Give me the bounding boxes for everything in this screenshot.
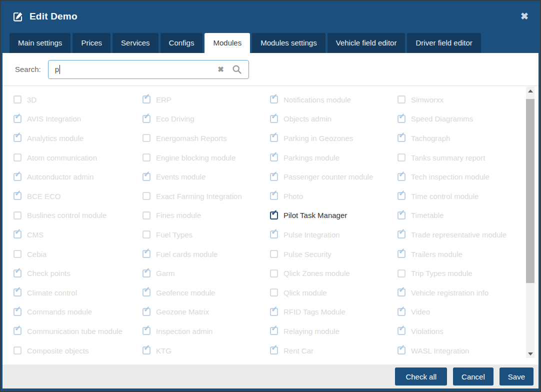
module-item-analytics-module[interactable]: ✓Analytics module xyxy=(14,128,142,148)
checkbox-unchecked-icon[interactable] xyxy=(14,96,22,104)
check-all-button[interactable]: Check all xyxy=(395,368,447,386)
module-item-climate-control[interactable]: ✓Climate control xyxy=(14,283,142,302)
module-item-events-module[interactable]: ✓Events module xyxy=(142,167,270,186)
checkbox-checked-icon[interactable]: ✓ xyxy=(270,230,278,238)
module-item-fines-module[interactable]: Fines module xyxy=(142,206,270,226)
module-item-eco-driving[interactable]: ✓Eco Driving xyxy=(142,110,270,129)
module-item-passenger-counter-module[interactable]: ✓Passenger counter module xyxy=(270,167,398,186)
module-item-cebia[interactable]: Cebia xyxy=(14,244,142,264)
checkbox-checked-icon[interactable]: ✓ xyxy=(270,173,278,181)
checkbox-unchecked-icon[interactable] xyxy=(270,250,278,258)
checkbox-unchecked-icon[interactable] xyxy=(142,134,150,142)
module-item-trip-types-module[interactable]: Trip Types module xyxy=(398,264,522,283)
checkbox-checked-icon[interactable]: ✓ xyxy=(398,115,406,123)
checkbox-unchecked-icon[interactable] xyxy=(14,250,22,258)
checkbox-checked-icon[interactable]: ✓ xyxy=(398,173,406,181)
search-icon[interactable] xyxy=(232,64,242,74)
module-item-atom-communication[interactable]: Atom communication xyxy=(14,148,142,168)
module-item-composite-objects[interactable]: Composite objects xyxy=(14,341,142,360)
checkbox-checked-icon[interactable]: ✓ xyxy=(142,250,150,258)
module-item-pulse-security[interactable]: Pulse Security xyxy=(270,244,398,264)
checkbox-unchecked-icon[interactable] xyxy=(398,270,406,278)
checkbox-checked-icon[interactable]: ✓ xyxy=(270,346,278,354)
module-item-energomash-reports[interactable]: Energomash Reports xyxy=(142,128,270,148)
checkbox-checked-icon[interactable]: ✓ xyxy=(398,308,406,316)
checkbox-checked-icon[interactable]: ✓ xyxy=(142,327,150,335)
module-item-wasl-integration[interactable]: ✓WASL Integration xyxy=(398,341,522,360)
checkbox-unchecked-icon[interactable] xyxy=(142,212,150,220)
checkbox-unchecked-icon[interactable] xyxy=(14,346,22,354)
scrollbar-thumb[interactable] xyxy=(526,99,534,283)
checkbox-checked-icon[interactable]: ✓ xyxy=(270,115,278,123)
module-item-violations[interactable]: ✓Violations xyxy=(398,322,522,341)
checkbox-checked-icon[interactable]: ✓ xyxy=(14,134,22,142)
module-item-tech-inspection-module[interactable]: ✓Tech inspection module xyxy=(398,167,522,186)
module-item-qlick-zones-module[interactable]: Qlick Zones module xyxy=(270,264,398,283)
checkbox-checked-icon[interactable]: ✓ xyxy=(270,154,278,162)
clear-search-icon[interactable]: ✖ xyxy=(218,66,224,73)
search-input[interactable]: p ✖ xyxy=(48,60,249,79)
module-item-3d[interactable]: 3D xyxy=(14,90,142,110)
scrollbar-track[interactable] xyxy=(526,95,534,350)
checkbox-unchecked-icon[interactable] xyxy=(270,288,278,296)
checkbox-checked-icon[interactable]: ✓ xyxy=(14,173,22,181)
module-item-timetable[interactable]: ✓Timetable xyxy=(398,206,522,226)
cancel-button[interactable]: Cancel xyxy=(453,368,494,386)
module-item-time-control-module[interactable]: ✓Time control module xyxy=(398,186,522,206)
scroll-up-button[interactable] xyxy=(526,86,534,95)
module-item-buslines-control-module[interactable]: Buslines control module xyxy=(14,206,142,226)
checkbox-checked-icon[interactable]: ✓ xyxy=(270,308,278,316)
checkbox-checked-icon[interactable]: ✓ xyxy=(270,96,278,104)
close-icon[interactable]: ✖ xyxy=(520,12,528,21)
checkbox-checked-icon[interactable]: ✓ xyxy=(14,327,22,335)
checkbox-checked-icon[interactable]: ✓ xyxy=(142,308,150,316)
module-item-pilot-task-manager[interactable]: ✓Pilot Task Manager xyxy=(270,206,398,226)
module-item-tanks-summary-report[interactable]: Tanks summary report xyxy=(398,148,522,168)
checkbox-unchecked-icon[interactable] xyxy=(142,154,150,162)
checkbox-checked-icon[interactable]: ✓ xyxy=(14,270,22,278)
module-item-geozone-matrix[interactable]: ✓Geozone Matrix xyxy=(142,302,270,322)
checkbox-checked-icon[interactable]: ✓ xyxy=(270,327,278,335)
checkbox-checked-icon[interactable]: ✓ xyxy=(14,230,22,238)
checkbox-unchecked-icon[interactable] xyxy=(270,270,278,278)
module-item-relaying-module[interactable]: ✓Relaying module xyxy=(270,322,398,341)
checkbox-checked-icon[interactable]: ✓ xyxy=(14,288,22,296)
module-item-ktg[interactable]: ✓KTG xyxy=(142,341,270,360)
tab-prices[interactable]: Prices xyxy=(72,33,110,53)
checkbox-checked-icon[interactable]: ✓ xyxy=(142,115,150,123)
module-item-parkings-module[interactable]: ✓Parkings module xyxy=(270,148,398,168)
module-item-trade-representative-module[interactable]: ✓Trade representative module xyxy=(398,225,522,244)
scroll-down-button[interactable] xyxy=(526,350,534,358)
module-item-rfid-tags-module[interactable]: ✓RFID Tags Module xyxy=(270,302,398,322)
checkbox-checked-icon[interactable]: ✓ xyxy=(398,134,406,142)
module-item-parking-in-geozones[interactable]: ✓Parking in Geozones xyxy=(270,128,398,148)
checkbox-checked-icon[interactable]: ✓ xyxy=(142,346,150,354)
module-item-simworxx[interactable]: Simworxx xyxy=(398,90,522,110)
module-item-notifications-module[interactable]: ✓Notifications module xyxy=(270,90,398,110)
module-item-objects-admin[interactable]: ✓Objects admin xyxy=(270,110,398,129)
checkbox-unchecked-icon[interactable] xyxy=(14,212,22,220)
checkbox-checked-icon[interactable]: ✓ xyxy=(398,346,406,354)
checkbox-checked-icon[interactable]: ✓ xyxy=(142,173,150,181)
checkbox-checked-icon[interactable]: ✓ xyxy=(270,134,278,142)
module-item-commands-module[interactable]: ✓Commands module xyxy=(14,302,142,322)
module-item-engine-blocking-module[interactable]: Engine blocking module xyxy=(142,148,270,168)
checkbox-checked-icon[interactable]: ✓ xyxy=(14,115,22,123)
module-item-exact-farming-integration[interactable]: Exact Farming Integration xyxy=(142,186,270,206)
checkbox-checked-icon[interactable]: ✓ xyxy=(14,308,22,316)
checkbox-checked-icon[interactable]: ✓ xyxy=(142,96,150,104)
module-item-check-points[interactable]: ✓Check points xyxy=(14,264,142,283)
checkbox-unchecked-icon[interactable] xyxy=(398,154,406,162)
module-item-vehicle-registration-info[interactable]: ✓Vehicle registration info xyxy=(398,283,522,302)
checkbox-checked-icon[interactable]: ✓ xyxy=(270,192,278,200)
checkbox-checked-icon[interactable]: ✓ xyxy=(142,288,150,296)
module-item-communication-tube-module[interactable]: ✓Communication tube module xyxy=(14,322,142,341)
module-item-rent-car[interactable]: ✓Rent Car xyxy=(270,341,398,360)
module-item-geofence-module[interactable]: ✓Geofence module xyxy=(142,283,270,302)
module-item-tachograph[interactable]: ✓Tachograph xyxy=(398,128,522,148)
vertical-scrollbar[interactable] xyxy=(526,86,534,358)
checkbox-checked-icon[interactable]: ✓ xyxy=(398,230,406,238)
save-button[interactable]: Save xyxy=(500,368,534,386)
module-item-qlick-module[interactable]: Qlick module xyxy=(270,283,398,302)
tab-modules-settings[interactable]: Modules settings xyxy=(252,33,326,53)
